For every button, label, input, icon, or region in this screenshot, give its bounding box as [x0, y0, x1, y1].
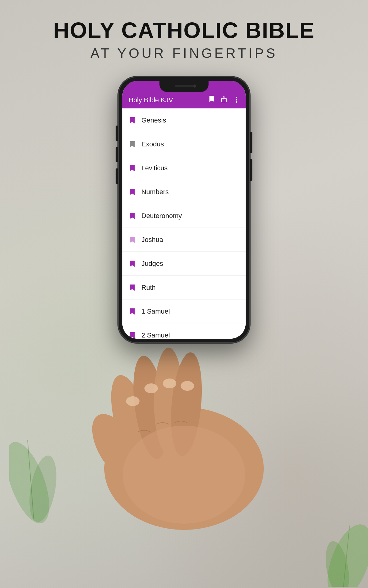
leaf-decoration-right — [301, 501, 368, 588]
more-options-icon[interactable]: ⋮ — [233, 96, 240, 103]
hand-image — [77, 315, 291, 530]
book-list: Genesis Exodus Leviticus Numbers Deutero… — [122, 108, 246, 339]
book-name: Numbers — [141, 188, 169, 196]
book-list-item[interactable]: Joshua — [122, 228, 246, 252]
book-name: 2 Samuel — [141, 331, 170, 339]
speaker — [175, 85, 193, 87]
book-list-item[interactable]: Genesis — [122, 108, 246, 132]
svg-point-13 — [126, 396, 140, 406]
book-tag-icon — [128, 212, 136, 220]
main-title: HOLY CATHOLIC BIBLE — [0, 18, 368, 43]
book-list-item[interactable]: 1 Samuel — [122, 300, 246, 323]
book-list-item[interactable]: Exodus — [122, 132, 246, 156]
book-name: Exodus — [141, 140, 164, 148]
book-name: Deuteronomy — [141, 212, 182, 220]
book-tag-icon — [128, 141, 136, 148]
app-bar-title: Holy Bible KJV — [128, 96, 209, 104]
book-list-item[interactable]: Deuteronomy — [122, 204, 246, 228]
book-tag-icon — [128, 117, 136, 124]
book-tag-icon — [128, 332, 136, 339]
book-name: 1 Samuel — [141, 307, 170, 315]
book-list-item[interactable]: 2 Samuel — [122, 323, 246, 339]
book-tag-icon — [128, 164, 136, 172]
phone-screen: Holy Bible KJV — [122, 81, 246, 339]
book-name: Ruth — [141, 284, 155, 292]
book-tag-icon — [128, 260, 136, 267]
camera — [193, 85, 196, 88]
book-tag-icon — [128, 188, 136, 196]
app-bar-icons: ⋮ — [209, 95, 240, 104]
share-icon[interactable] — [220, 96, 227, 104]
title-section: HOLY CATHOLIC BIBLE AT YOUR FINGERTIPS — [0, 18, 368, 61]
book-list-item[interactable]: Leviticus — [122, 156, 246, 180]
book-list-item[interactable]: Ruth — [122, 276, 246, 300]
book-tag-icon — [128, 284, 136, 291]
phone-frame: Holy Bible KJV — [118, 77, 250, 343]
svg-point-16 — [181, 381, 194, 391]
book-list-item[interactable]: Numbers — [122, 180, 246, 204]
book-name: Leviticus — [141, 164, 168, 172]
sub-title: AT YOUR FINGERTIPS — [0, 46, 368, 61]
phone-hand-container: Holy Bible KJV — [77, 77, 291, 530]
book-name: Joshua — [141, 236, 163, 244]
phone-notch — [159, 81, 209, 92]
book-name: Judges — [141, 260, 163, 268]
book-tag-icon — [128, 308, 136, 315]
bookmark-icon[interactable] — [209, 95, 215, 104]
svg-point-12 — [123, 426, 245, 524]
leaf-decoration-left — [9, 428, 64, 527]
book-tag-icon — [128, 236, 136, 243]
svg-point-15 — [163, 379, 176, 388]
svg-point-14 — [144, 383, 158, 393]
book-list-item[interactable]: Judges — [122, 252, 246, 276]
book-name: Genesis — [141, 116, 166, 124]
